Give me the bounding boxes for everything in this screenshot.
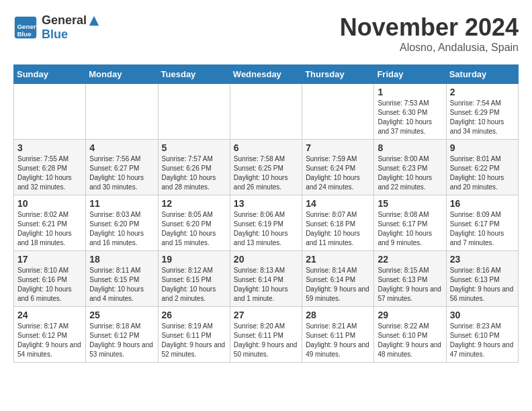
week-row-4: 17Sunrise: 8:10 AM Sunset: 6:16 PM Dayli…: [14, 251, 519, 307]
day-number: 21: [306, 254, 370, 265]
day-number: 30: [450, 310, 515, 320]
day-cell-22: 22Sunrise: 8:15 AM Sunset: 6:13 PM Dayli…: [374, 251, 446, 307]
day-header-saturday: Saturday: [446, 65, 518, 84]
day-info: Sunrise: 8:14 AM Sunset: 6:14 PM Dayligh…: [306, 266, 370, 304]
day-info: Sunrise: 8:10 AM Sunset: 6:16 PM Dayligh…: [17, 266, 82, 304]
day-number: 16: [450, 198, 515, 209]
day-cell-20: 20Sunrise: 8:13 AM Sunset: 6:14 PM Dayli…: [230, 251, 302, 307]
day-info: Sunrise: 8:07 AM Sunset: 6:18 PM Dayligh…: [306, 210, 370, 248]
day-number: 6: [234, 142, 298, 153]
day-info: Sunrise: 8:23 AM Sunset: 6:10 PM Dayligh…: [450, 322, 515, 359]
day-number: 8: [378, 142, 442, 153]
day-info: Sunrise: 8:05 AM Sunset: 6:20 PM Dayligh…: [162, 210, 226, 248]
header: General Blue General Blue November 2024 …: [13, 13, 519, 54]
svg-text:General: General: [17, 23, 38, 30]
day-info: Sunrise: 8:18 AM Sunset: 6:12 PM Dayligh…: [89, 322, 154, 359]
day-info: Sunrise: 7:55 AM Sunset: 6:28 PM Dayligh…: [17, 154, 82, 192]
week-row-2: 3Sunrise: 7:55 AM Sunset: 6:28 PM Daylig…: [14, 140, 519, 195]
day-info: Sunrise: 8:13 AM Sunset: 6:14 PM Dayligh…: [234, 266, 298, 304]
empty-cell: [230, 84, 302, 140]
day-info: Sunrise: 7:59 AM Sunset: 6:24 PM Dayligh…: [306, 154, 370, 192]
day-number: 29: [378, 310, 442, 320]
day-info: Sunrise: 8:16 AM Sunset: 6:13 PM Dayligh…: [450, 266, 515, 304]
day-cell-8: 8Sunrise: 8:00 AM Sunset: 6:23 PM Daylig…: [374, 140, 446, 195]
day-info: Sunrise: 8:20 AM Sunset: 6:11 PM Dayligh…: [234, 322, 298, 359]
week-row-3: 10Sunrise: 8:02 AM Sunset: 6:21 PM Dayli…: [14, 195, 519, 251]
day-cell-6: 6Sunrise: 7:58 AM Sunset: 6:25 PM Daylig…: [230, 140, 302, 195]
day-number: 26: [162, 310, 226, 320]
logo-text: General: [42, 13, 100, 28]
day-cell-25: 25Sunrise: 8:18 AM Sunset: 6:12 PM Dayli…: [86, 307, 158, 363]
day-number: 12: [162, 198, 226, 209]
day-number: 7: [306, 142, 370, 153]
day-cell-29: 29Sunrise: 8:22 AM Sunset: 6:10 PM Dayli…: [374, 307, 446, 363]
day-number: 3: [17, 142, 82, 153]
day-header-sunday: Sunday: [14, 65, 86, 84]
day-cell-28: 28Sunrise: 8:21 AM Sunset: 6:11 PM Dayli…: [302, 307, 374, 363]
week-row-5: 24Sunrise: 8:17 AM Sunset: 6:12 PM Dayli…: [14, 307, 519, 363]
day-number: 22: [378, 254, 442, 265]
day-number: 13: [234, 198, 298, 209]
day-info: Sunrise: 8:22 AM Sunset: 6:10 PM Dayligh…: [378, 322, 442, 359]
day-info: Sunrise: 7:53 AM Sunset: 6:30 PM Dayligh…: [378, 99, 442, 136]
day-cell-9: 9Sunrise: 8:01 AM Sunset: 6:22 PM Daylig…: [446, 140, 518, 195]
empty-cell: [302, 84, 374, 140]
day-number: 10: [17, 198, 82, 209]
empty-cell: [14, 84, 86, 140]
day-info: Sunrise: 7:57 AM Sunset: 6:26 PM Dayligh…: [162, 154, 226, 192]
day-cell-27: 27Sunrise: 8:20 AM Sunset: 6:11 PM Dayli…: [230, 307, 302, 363]
logo-blue: Blue: [42, 28, 100, 42]
empty-cell: [86, 84, 158, 140]
day-number: 15: [378, 198, 442, 209]
day-cell-23: 23Sunrise: 8:16 AM Sunset: 6:13 PM Dayli…: [446, 251, 518, 307]
day-header-thursday: Thursday: [302, 65, 374, 84]
day-number: 19: [162, 254, 226, 265]
day-header-friday: Friday: [374, 65, 446, 84]
svg-text:Blue: Blue: [17, 30, 32, 38]
day-cell-12: 12Sunrise: 8:05 AM Sunset: 6:20 PM Dayli…: [158, 195, 230, 251]
day-cell-3: 3Sunrise: 7:55 AM Sunset: 6:28 PM Daylig…: [14, 140, 86, 195]
day-number: 28: [306, 310, 370, 320]
day-cell-15: 15Sunrise: 8:08 AM Sunset: 6:17 PM Dayli…: [374, 195, 446, 251]
day-info: Sunrise: 8:01 AM Sunset: 6:22 PM Dayligh…: [450, 154, 515, 192]
day-info: Sunrise: 8:15 AM Sunset: 6:13 PM Dayligh…: [378, 266, 442, 304]
day-number: 18: [89, 254, 154, 265]
day-cell-5: 5Sunrise: 7:57 AM Sunset: 6:26 PM Daylig…: [158, 140, 230, 195]
day-cell-4: 4Sunrise: 7:56 AM Sunset: 6:27 PM Daylig…: [86, 140, 158, 195]
day-cell-24: 24Sunrise: 8:17 AM Sunset: 6:12 PM Dayli…: [14, 307, 86, 363]
calendar-table: SundayMondayTuesdayWednesdayThursdayFrid…: [13, 64, 519, 363]
title-section: November 2024 Alosno, Andalusia, Spain: [340, 13, 519, 54]
day-number: 23: [450, 254, 515, 265]
day-cell-2: 2Sunrise: 7:54 AM Sunset: 6:29 PM Daylig…: [446, 84, 518, 140]
day-cell-21: 21Sunrise: 8:14 AM Sunset: 6:14 PM Dayli…: [302, 251, 374, 307]
day-number: 4: [89, 142, 154, 153]
week-row-1: 1Sunrise: 7:53 AM Sunset: 6:30 PM Daylig…: [14, 84, 519, 140]
day-info: Sunrise: 8:12 AM Sunset: 6:15 PM Dayligh…: [162, 266, 226, 304]
day-number: 11: [89, 198, 154, 209]
day-number: 9: [450, 142, 515, 153]
day-cell-18: 18Sunrise: 8:11 AM Sunset: 6:15 PM Dayli…: [86, 251, 158, 307]
logo: General Blue General Blue: [13, 13, 100, 42]
day-info: Sunrise: 8:21 AM Sunset: 6:11 PM Dayligh…: [306, 322, 370, 359]
day-number: 5: [162, 142, 226, 153]
day-info: Sunrise: 7:54 AM Sunset: 6:29 PM Dayligh…: [450, 99, 515, 136]
day-info: Sunrise: 8:06 AM Sunset: 6:19 PM Dayligh…: [234, 210, 298, 248]
day-info: Sunrise: 8:17 AM Sunset: 6:12 PM Dayligh…: [17, 322, 82, 359]
day-number: 25: [89, 310, 154, 320]
day-cell-16: 16Sunrise: 8:09 AM Sunset: 6:17 PM Dayli…: [446, 195, 518, 251]
location: Alosno, Andalusia, Spain: [340, 42, 519, 54]
day-number: 2: [450, 87, 515, 97]
day-cell-1: 1Sunrise: 7:53 AM Sunset: 6:30 PM Daylig…: [374, 84, 446, 140]
day-cell-19: 19Sunrise: 8:12 AM Sunset: 6:15 PM Dayli…: [158, 251, 230, 307]
day-number: 27: [234, 310, 298, 320]
day-cell-30: 30Sunrise: 8:23 AM Sunset: 6:10 PM Dayli…: [446, 307, 518, 363]
day-number: 17: [17, 254, 82, 265]
day-info: Sunrise: 8:03 AM Sunset: 6:20 PM Dayligh…: [89, 210, 154, 248]
day-number: 20: [234, 254, 298, 265]
day-number: 24: [17, 310, 82, 320]
month-title: November 2024: [340, 13, 519, 42]
day-info: Sunrise: 7:58 AM Sunset: 6:25 PM Dayligh…: [234, 154, 298, 192]
day-info: Sunrise: 8:11 AM Sunset: 6:15 PM Dayligh…: [89, 266, 154, 304]
day-cell-10: 10Sunrise: 8:02 AM Sunset: 6:21 PM Dayli…: [14, 195, 86, 251]
svg-marker-3: [89, 16, 99, 26]
